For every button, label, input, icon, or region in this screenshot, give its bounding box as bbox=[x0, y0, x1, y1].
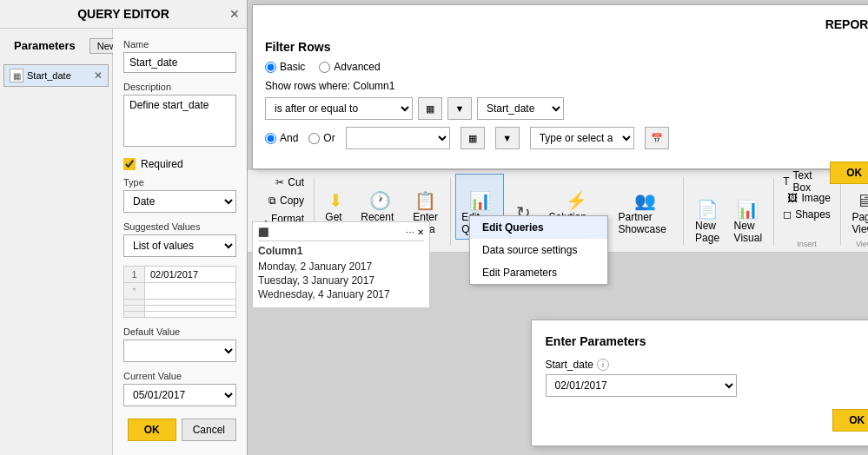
context-menu-item-edit-queries[interactable]: Edit Queries bbox=[470, 216, 607, 239]
solution-templates-icon: ⚡ bbox=[566, 192, 587, 209]
filter-icon-btn-3[interactable]: ▦ bbox=[461, 127, 485, 149]
filter-or-text: Or bbox=[323, 132, 335, 144]
current-label: Current Value bbox=[123, 371, 236, 381]
filter-icon-btn-4[interactable]: ▼ bbox=[495, 127, 520, 149]
info-icon[interactable]: i bbox=[597, 359, 609, 371]
table-new-row[interactable]: * bbox=[124, 283, 236, 300]
new-row-cell[interactable] bbox=[145, 283, 236, 300]
filter-advanced-radio[interactable] bbox=[319, 62, 330, 73]
partner-showcase-icon: 👥 bbox=[634, 192, 656, 209]
query-editor-title: QUERY EDITOR bbox=[0, 0, 247, 29]
name-input[interactable] bbox=[123, 52, 236, 73]
get-data-icon: ⬇ bbox=[328, 192, 343, 209]
table-empty-row-2 bbox=[124, 306, 236, 312]
row-value-1[interactable]: 02/01/2017 bbox=[145, 267, 236, 283]
values-table-group: 1 02/01/2017 * bbox=[123, 266, 236, 318]
filter-and-label[interactable]: And bbox=[265, 132, 298, 144]
query-editor-panel: QUERY EDITOR ✕ Parameters New ▦ Start_da… bbox=[0, 0, 248, 455]
param-start-date-item[interactable]: ▦ Start_date ✕ bbox=[3, 64, 109, 87]
sep-2 bbox=[450, 177, 451, 245]
filter-ok-button[interactable]: OK bbox=[830, 162, 868, 184]
view-group-wrapper: 🖥 Page View View bbox=[845, 174, 868, 248]
enter-params-btn-row: OK Cancel bbox=[546, 409, 868, 432]
query-cancel-button[interactable]: Cancel bbox=[182, 419, 236, 441]
query-editor-body: Parameters New ▦ Start_date ✕ Name Descr… bbox=[0, 29, 247, 455]
filter-condition2-operator[interactable] bbox=[346, 127, 450, 149]
new-page-group: 📄 New Page 📊 New Visual bbox=[689, 174, 768, 248]
filter-basic-label[interactable]: Basic bbox=[265, 61, 305, 73]
filter-and-radio[interactable] bbox=[265, 133, 276, 144]
shapes-button[interactable]: ◻ Shapes bbox=[779, 207, 835, 222]
filter-value-select[interactable]: Start_date bbox=[477, 97, 564, 120]
current-select[interactable]: 05/01/2017 bbox=[123, 384, 236, 406]
new-page-group-wrapper: 📄 New Page 📊 New Visual bbox=[689, 174, 768, 248]
new-visual-button[interactable]: 📊 New Visual bbox=[728, 174, 767, 248]
filter-or-label[interactable]: Or bbox=[308, 132, 335, 144]
filter-and-row: And Or ▦ ▼ Type or select a value 📅 bbox=[265, 127, 868, 149]
new-visual-icon: 📊 bbox=[737, 201, 759, 218]
suggested-select[interactable]: List of values bbox=[123, 234, 236, 257]
values-table: 1 02/01/2017 * bbox=[123, 266, 236, 318]
image-icon: 🖼 bbox=[787, 192, 798, 204]
view-label: View bbox=[856, 240, 868, 248]
filter-advanced-label[interactable]: Advanced bbox=[319, 61, 380, 73]
filter-icon-btn-1[interactable]: ▦ bbox=[418, 97, 442, 120]
table-empty-row-3 bbox=[124, 312, 236, 318]
context-menu: Edit Queries Data source settings Edit P… bbox=[469, 215, 608, 285]
param-item-label: Start_date bbox=[27, 70, 90, 81]
query-form: Name Description Define start_date Requi… bbox=[113, 29, 247, 455]
copy-button[interactable]: ⧉ Copy bbox=[253, 192, 308, 209]
image-button[interactable]: 🖼 Image bbox=[779, 190, 835, 206]
recent-sources-icon: 🕐 bbox=[369, 192, 391, 209]
filter-icon-btn-2[interactable]: ▼ bbox=[447, 97, 472, 120]
context-menu-item-datasource[interactable]: Data source settings bbox=[470, 239, 607, 261]
default-select[interactable] bbox=[123, 340, 236, 362]
description-label: Description bbox=[123, 82, 236, 92]
data-preview-row-1: Monday, 2 January 2017 bbox=[258, 260, 424, 273]
table-row: 1 02/01/2017 bbox=[124, 267, 236, 283]
insert-label: Insert bbox=[797, 240, 817, 248]
type-group: Type Date bbox=[123, 177, 236, 213]
required-checkbox[interactable] bbox=[123, 158, 136, 170]
filter-rows-title: Filter Rows bbox=[265, 40, 868, 54]
filter-basic-text: Basic bbox=[280, 61, 305, 73]
sep-5 bbox=[840, 177, 841, 245]
filter-or-radio[interactable] bbox=[308, 133, 320, 144]
param-value-select[interactable]: 02/01/2017 bbox=[546, 374, 737, 397]
enter-data-icon: 📋 bbox=[414, 192, 436, 209]
filter-operator-select[interactable]: is after or equal to bbox=[265, 97, 413, 120]
insert-group-wrapper: T Text Box 🖼 Image ◻ Shapes Insert bbox=[779, 174, 835, 248]
param-item-close-icon[interactable]: ✕ bbox=[94, 69, 103, 82]
required-row: Required bbox=[123, 158, 236, 170]
description-group: Description Define start_date bbox=[123, 82, 236, 149]
data-preview-close-icon[interactable]: ⋯ ✕ bbox=[406, 228, 424, 237]
sep-4 bbox=[773, 177, 774, 245]
form-btn-row: OK Cancel bbox=[123, 419, 236, 441]
filter-condition2-value[interactable]: Type or select a value bbox=[530, 127, 634, 149]
description-textarea[interactable]: Define start_date bbox=[123, 95, 236, 147]
params-sidebar-title: Parameters bbox=[7, 32, 83, 59]
filter-basic-radio[interactable] bbox=[265, 62, 276, 73]
context-menu-item-edit-params[interactable]: Edit Parameters bbox=[470, 261, 607, 284]
param-input-label: Start_date i bbox=[546, 359, 868, 371]
enter-params-title: Enter Parameters bbox=[546, 334, 868, 348]
default-group: Default Value bbox=[123, 326, 236, 362]
query-editor-close-icon[interactable]: ✕ bbox=[229, 7, 240, 21]
filter-advanced-text: Advanced bbox=[334, 61, 380, 73]
name-group: Name bbox=[123, 39, 236, 73]
right-panel: REPORT EDITOR ✕ Filter Rows Basic Advanc… bbox=[248, 0, 868, 455]
params-sidebar: Parameters New ▦ Start_date ✕ bbox=[0, 29, 113, 455]
sep-3 bbox=[683, 177, 684, 245]
new-row-marker: * bbox=[124, 283, 145, 300]
type-label: Type bbox=[123, 177, 236, 188]
new-page-button[interactable]: 📄 New Page bbox=[689, 174, 726, 248]
param-item-icon: ▦ bbox=[10, 69, 23, 82]
type-select[interactable]: Date bbox=[123, 190, 236, 213]
filter-calendar-icon[interactable]: 📅 bbox=[645, 127, 669, 149]
data-preview-column-header: Column1 bbox=[258, 245, 424, 257]
param-input-row: Start_date i 02/01/2017 bbox=[546, 359, 868, 397]
enter-params-ok-button[interactable]: OK bbox=[832, 409, 868, 432]
suggested-label: Suggested Values bbox=[123, 221, 236, 232]
edit-queries-icon: 📊 bbox=[469, 192, 491, 209]
query-ok-button[interactable]: OK bbox=[128, 419, 176, 441]
